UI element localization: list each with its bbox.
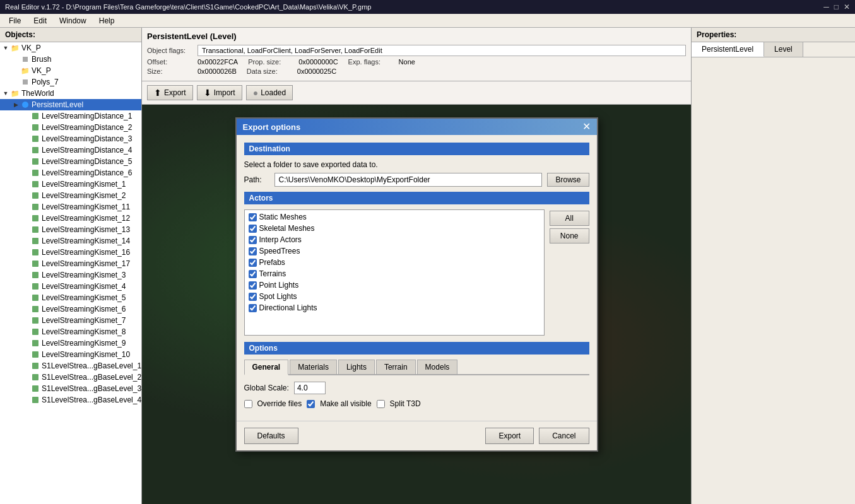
- tree-item-lsd1[interactable]: LevelStreamingDistance_1: [0, 110, 141, 122]
- tree-item-lsk16[interactable]: LevelStreamingKismet_16: [0, 247, 141, 258]
- tree-item-lsk10[interactable]: LevelStreamingKismet_10: [0, 349, 141, 360]
- svg-rect-14: [32, 238, 38, 244]
- tree-item-lsk4[interactable]: LevelStreamingKismet_4: [0, 281, 141, 292]
- actor-item-speed_trees[interactable]: SpeedTrees: [246, 245, 543, 257]
- tree-icon-mesh: [30, 247, 40, 257]
- browse-button[interactable]: Browse: [547, 173, 589, 187]
- override-files-label: Override files: [257, 399, 302, 408]
- tab-terrain[interactable]: Terrain: [376, 360, 416, 374]
- tab-general[interactable]: General: [244, 360, 289, 375]
- loaded-button[interactable]: ● Loaded: [246, 85, 293, 100]
- tree-item-lsk6[interactable]: LevelStreamingKismet_6: [0, 303, 141, 315]
- tree-container[interactable]: ▼📁VK_PBrush📁VK_PPolys_7▼📁TheWorld▶Persis…: [0, 42, 141, 504]
- actor-checkbox-skeletal_meshes[interactable]: [249, 225, 257, 233]
- tree-item-lsd5[interactable]: LevelStreamingDistance_5: [0, 156, 141, 167]
- none-button[interactable]: None: [550, 228, 589, 243]
- svg-rect-13: [32, 226, 38, 233]
- tree-item-lsd6[interactable]: LevelStreamingDistance_6: [0, 167, 141, 179]
- menu-window[interactable]: Window: [53, 15, 93, 26]
- actor-checkbox-spot_lights[interactable]: [249, 293, 257, 301]
- menu-edit[interactable]: Edit: [27, 15, 53, 26]
- defaults-button[interactable]: Defaults: [244, 428, 298, 444]
- actor-item-terrains[interactable]: Terrains: [246, 268, 543, 279]
- minimize-button[interactable]: ─: [823, 3, 829, 11]
- svg-rect-25: [32, 363, 38, 369]
- tree-item-lsk1[interactable]: LevelStreamingKismet_1: [0, 179, 141, 190]
- tree-item-lsk5[interactable]: LevelStreamingKismet_5: [0, 292, 141, 303]
- menu-file[interactable]: File: [3, 15, 27, 26]
- tree-item-lsk9[interactable]: LevelStreamingKismet_9: [0, 337, 141, 349]
- actor-item-prefabs[interactable]: Prefabs: [246, 257, 543, 268]
- actor-item-static_meshes[interactable]: Static Meshes: [246, 211, 543, 223]
- dialog-export-button[interactable]: Export: [485, 428, 534, 444]
- close-button[interactable]: ✕: [844, 3, 850, 11]
- actor-item-point_lights[interactable]: Point Lights: [246, 279, 543, 291]
- global-scale-input[interactable]: [294, 382, 326, 394]
- tree-item-lsk11[interactable]: LevelStreamingKismet_11: [0, 201, 141, 213]
- actor-item-skeletal_meshes[interactable]: Skeletal Meshes: [246, 223, 543, 234]
- actor-checkbox-point_lights[interactable]: [249, 281, 257, 290]
- tree-item-vk_p_sub[interactable]: 📁VK_P: [0, 65, 141, 76]
- import-button[interactable]: ⬇ Import: [197, 85, 242, 100]
- path-input[interactable]: [274, 173, 543, 187]
- prop-tab-level[interactable]: Level: [764, 42, 803, 57]
- split-t3d-checkbox[interactable]: [377, 400, 385, 408]
- tree-item-lsk8[interactable]: LevelStreamingKismet_8: [0, 326, 141, 337]
- actor-item-directional_lights[interactable]: Directional Lights: [246, 302, 543, 314]
- tree-item-lsk2[interactable]: LevelStreamingKismet_2: [0, 190, 141, 201]
- tree-item-polys_7[interactable]: Polys_7: [0, 76, 141, 88]
- tree-item-lsk13[interactable]: LevelStreamingKismet_13: [0, 224, 141, 235]
- menu-help[interactable]: Help: [93, 15, 121, 26]
- tree-item-persistent_level[interactable]: ▶PersistentLevel: [0, 99, 141, 110]
- actor-label-spot_lights: Spot Lights: [259, 292, 297, 301]
- tree-item-lsk7[interactable]: LevelStreamingKismet_7: [0, 315, 141, 326]
- tree-item-s1base1[interactable]: S1LevelStrea...gBaseLevel_1: [0, 360, 141, 372]
- make-all-visible-checkbox[interactable]: [307, 400, 315, 408]
- actor-checkbox-directional_lights[interactable]: [249, 304, 257, 312]
- prop-tab-persistent-level[interactable]: PersistentLevel: [692, 42, 764, 57]
- tab-lights[interactable]: Lights: [338, 360, 375, 374]
- objects-panel: Objects: ▼📁VK_PBrush📁VK_PPolys_7▼📁TheWor…: [0, 28, 142, 504]
- actor-checkbox-static_meshes[interactable]: [249, 213, 257, 221]
- tree-icon-mesh: [30, 213, 40, 223]
- actor-item-interp_actors[interactable]: Interp Actors: [246, 234, 543, 245]
- all-button[interactable]: All: [550, 211, 589, 226]
- tree-arrow-lsd6: [21, 168, 30, 177]
- svg-rect-6: [32, 147, 38, 153]
- actors-list[interactable]: Static MeshesSkeletal MeshesInterp Actor…: [244, 209, 545, 336]
- tree-icon-mesh: [30, 384, 40, 394]
- tree-item-lsk3[interactable]: LevelStreamingKismet_3: [0, 269, 141, 281]
- dialog-close-button[interactable]: ✕: [582, 122, 591, 132]
- tree-item-brush[interactable]: Brush: [0, 54, 141, 65]
- actor-checkbox-interp_actors[interactable]: [249, 236, 257, 244]
- tree-item-lsd2[interactable]: LevelStreamingDistance_2: [0, 122, 141, 133]
- tab-materials[interactable]: Materials: [290, 360, 337, 374]
- maximize-button[interactable]: □: [834, 3, 839, 11]
- actor-checkbox-terrains[interactable]: [249, 270, 257, 278]
- actor-item-spot_lights[interactable]: Spot Lights: [246, 291, 543, 302]
- tree-item-lsd3[interactable]: LevelStreamingDistance_3: [0, 133, 141, 144]
- tab-models[interactable]: Models: [417, 360, 458, 374]
- tree-item-s1base2[interactable]: S1LevelStrea...gBaseLevel_2: [0, 372, 141, 383]
- title-bar-controls: ─ □ ✕: [823, 3, 850, 11]
- tree-arrow-theworld: ▼: [1, 89, 10, 98]
- tree-item-s1base4[interactable]: S1LevelStrea...gBaseLevel_4: [0, 394, 141, 406]
- cancel-button[interactable]: Cancel: [539, 428, 589, 444]
- actor-checkbox-prefabs[interactable]: [249, 259, 257, 267]
- tree-arrow-vk_p_sub: [11, 66, 20, 75]
- tree-label-theworld: TheWorld: [21, 89, 54, 98]
- tree-item-lsk14[interactable]: LevelStreamingKismet_14: [0, 235, 141, 247]
- tree-item-lsk12[interactable]: LevelStreamingKismet_12: [0, 213, 141, 224]
- override-files-checkbox[interactable]: [244, 400, 252, 408]
- tree-item-lsk17[interactable]: LevelStreamingKismet_17: [0, 258, 141, 269]
- tree-arrow-lsk12: [21, 214, 30, 223]
- export-button[interactable]: ⬆ Export: [147, 85, 193, 100]
- global-scale-label: Global Scale:: [244, 384, 289, 392]
- tree-item-theworld[interactable]: ▼📁TheWorld: [0, 88, 141, 99]
- tree-item-vk_p_root[interactable]: ▼📁VK_P: [0, 42, 141, 54]
- actor-checkbox-speed_trees[interactable]: [249, 247, 257, 255]
- tree-arrow-lsk1: [21, 180, 30, 189]
- tree-arrow-s1base4: [21, 396, 30, 404]
- tree-item-lsd4[interactable]: LevelStreamingDistance_4: [0, 144, 141, 156]
- tree-item-s1base3[interactable]: S1LevelStrea...gBaseLevel_3: [0, 383, 141, 394]
